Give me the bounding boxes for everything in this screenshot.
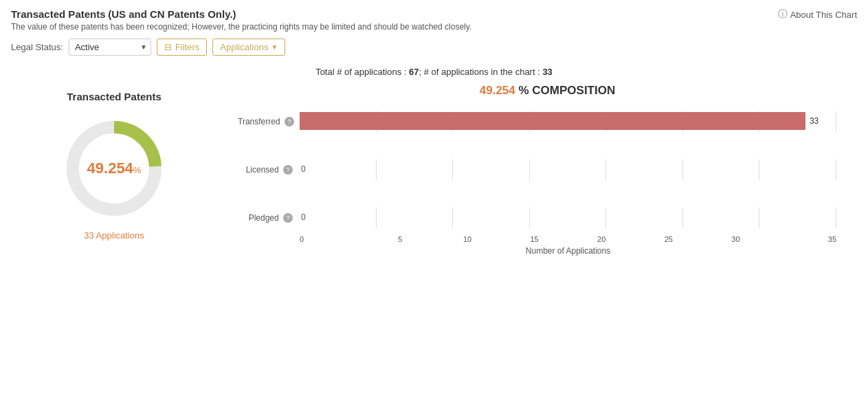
grid-lines-licensed (300, 159, 836, 180)
composition-suffix: % COMPOSITION (519, 84, 616, 97)
main-title-text: Transacted Patents (11, 8, 106, 20)
chart-apps: 33 (542, 67, 552, 77)
about-this-chart-link[interactable]: ⓘ About This Chart (778, 8, 857, 21)
bar-chart-outer: Transferred ? (238, 111, 857, 256)
info-icon: ⓘ (778, 8, 788, 21)
donut-title: Transacted Patents (67, 91, 162, 102)
bar-row-licensed: Licensed ? 0 (300, 159, 836, 180)
x-tick-35: 35 (769, 235, 836, 243)
composition-pct: 49.254 (480, 84, 515, 97)
help-icon-licensed[interactable]: ? (283, 165, 293, 175)
composition-title: 49.254 % COMPOSITION (238, 84, 857, 98)
donut-center: 49.254% (87, 159, 142, 177)
donut-apps-label[interactable]: 33 Applications (84, 230, 144, 241)
x-tick-25: 25 (635, 235, 702, 243)
stats-row: Total # of applications : 67; # of appli… (11, 67, 857, 77)
help-icon-transferred[interactable]: ? (285, 117, 294, 126)
x-axis-title: Number of Applications (300, 246, 836, 256)
x-tick-30: 30 (702, 235, 770, 243)
bar-fill-transferred (300, 112, 805, 130)
status-select-wrapper[interactable]: Active ▼ (69, 38, 151, 56)
about-label: About This Chart (790, 10, 857, 20)
bar-value-pledged: 0 (301, 208, 306, 226)
filter-icon: ⊟ (164, 42, 172, 52)
subtitle-text: The value of these patents has been reco… (11, 22, 471, 32)
x-tick-0: 0 (300, 235, 367, 243)
bar-area-licensed: 0 (300, 159, 836, 180)
filters-button[interactable]: ⊟ Filters (157, 38, 207, 56)
x-tick-20: 20 (568, 235, 635, 243)
bar-row-pledged: Pledged ? 0 (300, 208, 836, 228)
title-block: Transacted Patents (US and CN Patents On… (11, 8, 471, 32)
help-icon-pledged[interactable]: ? (283, 213, 293, 223)
donut-percent: 49.254 (87, 159, 133, 177)
bar-label-transferred: Transferred ? (238, 117, 300, 127)
status-select[interactable]: Active (69, 38, 151, 56)
bar-value-transferred: 33 (810, 112, 819, 130)
donut-percent-sign: % (133, 165, 142, 175)
page-title: Transacted Patents (US and CN Patents On… (11, 8, 471, 20)
bar-label-licensed: Licensed ? (238, 165, 300, 175)
applications-button[interactable]: Applications ▼ (212, 38, 285, 56)
filters-label: Filters (175, 42, 199, 52)
bar-section: 49.254 % COMPOSITION Transferred ? (217, 84, 857, 256)
bar-area-pledged: 0 (300, 208, 836, 228)
bar-value-licensed: 0 (301, 160, 306, 178)
legal-status-label: Legal Status: (11, 42, 63, 52)
x-tick-5: 5 (367, 235, 434, 243)
grid-lines-pledged (300, 208, 836, 228)
chart-area: Transacted Patents 49.254% 33 Applicatio… (11, 84, 857, 256)
total-apps: 67 (409, 67, 419, 77)
donut-section: Transacted Patents 49.254% 33 Applicatio… (11, 84, 217, 241)
donut-chart: 49.254% (59, 113, 169, 223)
page: Transacted Patents (US and CN Patents On… (0, 0, 868, 398)
chevron-down-icon-apps: ▼ (271, 43, 278, 51)
bar-area-transferred: 33 (300, 111, 836, 132)
controls-row: Legal Status: Active ▼ ⊟ Filters Applica… (11, 38, 857, 56)
bar-label-pledged: Pledged ? (238, 213, 300, 223)
title-note: (US and CN Patents Only.) (108, 8, 236, 20)
x-tick-15: 15 (501, 235, 568, 243)
header-row: Transacted Patents (US and CN Patents On… (11, 8, 857, 32)
x-tick-10: 10 (434, 235, 501, 243)
bar-row-transferred: Transferred ? (300, 111, 836, 132)
x-axis-ticks: 0 5 10 15 20 25 30 35 (300, 235, 836, 243)
applications-label: Applications (220, 42, 268, 52)
